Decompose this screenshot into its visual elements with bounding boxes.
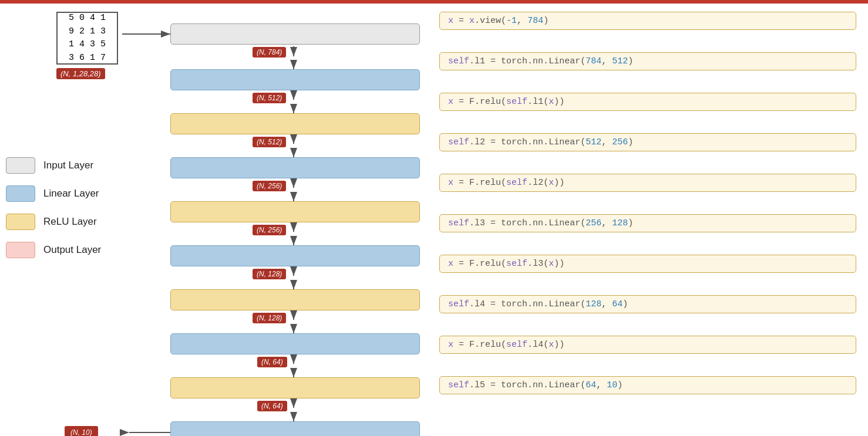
code-panel: x = x.view(-1, 784) self.l1 = torch.nn.L… [439,12,856,394]
input-image: 5 0 4 1 9 2 1 3 1 4 3 5 3 6 1 7 [56,12,118,65]
badge-256-2: (N, 256) [253,225,286,235]
code-line-10: self.l5 = torch.nn.Linear(64, 10) [439,376,856,394]
code-line-6: self.l3 = torch.nn.Linear(256, 128) [439,214,856,232]
legend-output-box [6,242,35,258]
layer-linear-4 [170,333,420,354]
legend-relu-box [6,214,35,230]
badge-784: (N, 784) [253,47,286,58]
legend-relu-label: ReLU Layer [43,216,97,228]
legend: Input Layer Linear Layer ReLU Layer Outp… [6,157,101,258]
legend-input: Input Layer [6,157,101,174]
input-line-1: 5 0 4 1 [69,12,106,25]
code-line-7: x = F.relu(self.l3(x)) [439,255,856,273]
legend-relu: ReLU Layer [6,214,101,230]
input-shape-badge: (N, 1,28,28) [56,68,105,79]
code-line-4: self.l2 = torch.nn.Linear(512, 256) [439,133,856,151]
code-line-5: x = F.relu(self.l2(x)) [439,174,856,192]
badge-64-2: (N, 64) [257,401,287,411]
layer-relu-4 [170,377,420,398]
code-line-1: x = x.view(-1, 784) [439,12,856,30]
badge-64-1: (N, 64) [257,357,287,367]
legend-linear: Linear Layer [6,185,101,202]
legend-linear-label: Linear Layer [43,188,99,200]
legend-output-label: Output Layer [43,244,101,256]
input-line-4: 3 6 1 7 [69,52,106,65]
code-line-9: x = F.relu(self.l4(x)) [439,336,856,354]
layer-relu-3 [170,289,420,310]
legend-input-box [6,157,35,174]
code-line-2: self.l1 = torch.nn.Linear(784, 512) [439,52,856,70]
code-line-8: self.l4 = torch.nn.Linear(128, 64) [439,295,856,313]
badge-256-1: (N, 256) [253,181,286,191]
badge-512-1: (N, 512) [253,93,286,103]
legend-input-label: Input Layer [43,160,93,171]
layer-relu-1 [170,113,420,134]
badge-128-2: (N, 128) [253,313,286,323]
input-line-2: 9 2 1 3 [69,25,106,39]
badge-128-1: (N, 128) [253,269,286,279]
output-shape-badge: (N, 10) [65,426,98,436]
layer-linear-output [170,421,420,436]
badge-512-2: (N, 512) [253,137,286,147]
layer-relu-2 [170,201,420,222]
layer-linear-3 [170,245,420,266]
legend-output: Output Layer [6,242,101,258]
layer-input [170,23,420,45]
layer-linear-1 [170,69,420,90]
top-border [0,0,868,4]
code-line-3: x = F.relu(self.l1(x)) [439,93,856,111]
input-line-3: 1 4 3 5 [69,38,106,52]
legend-linear-box [6,185,35,202]
layer-linear-2 [170,157,420,178]
